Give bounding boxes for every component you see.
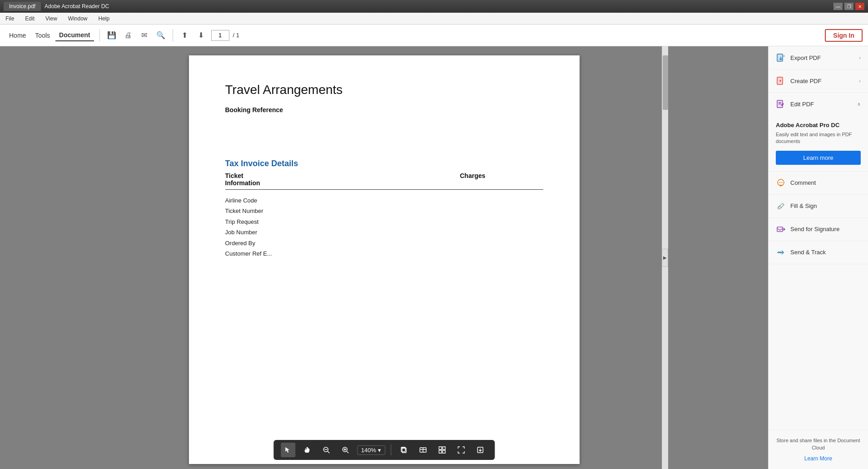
send-signature-icon bbox=[776, 224, 786, 234]
zoom-value: 140% bbox=[361, 447, 376, 454]
main-layout: Travel Arrangements Booking Reference Ta… bbox=[0, 46, 868, 469]
close-button[interactable]: ✕ bbox=[855, 3, 864, 10]
page-total: / 1 bbox=[233, 32, 239, 39]
promo-box: Adobe Acrobat Pro DC Easily edit text an… bbox=[769, 115, 868, 171]
table-tool-button[interactable] bbox=[416, 443, 430, 457]
svg-rect-15 bbox=[439, 450, 441, 453]
btm-divider1 bbox=[391, 444, 391, 455]
svg-line-7 bbox=[347, 451, 348, 453]
create-pdf-item[interactable]: Create PDF › bbox=[769, 69, 868, 93]
zoom-level-display[interactable]: 140% ▾ bbox=[357, 445, 385, 455]
pdf-row: Airline Code bbox=[225, 195, 543, 206]
svg-point-35 bbox=[782, 182, 783, 183]
window-controls: — ❐ ✕ bbox=[833, 3, 864, 10]
toolbar: Home Tools Document 💾 🖨 ✉ 🔍 ⬆ ⬇ 1 / 1 Si… bbox=[0, 25, 868, 46]
fill-sign-icon bbox=[776, 201, 786, 211]
title-bar: Invoice.pdf Adobe Acrobat Reader DC — ❐ … bbox=[0, 0, 868, 13]
bottom-promo-text: Store and share files in the Document Cl… bbox=[776, 437, 861, 451]
collapse-panel-button[interactable]: ▶ bbox=[662, 249, 668, 267]
hand-tool-button[interactable] bbox=[300, 443, 314, 457]
zoom-out-button[interactable] bbox=[319, 443, 333, 457]
menu-help[interactable]: Help bbox=[97, 15, 112, 23]
edit-pdf-section: Edit PDF ∧ Adobe Acrobat Pro DC Easily e… bbox=[769, 93, 868, 172]
pdf-row: Job Number bbox=[225, 227, 543, 237]
promo-title: Adobe Acrobat Pro DC bbox=[776, 122, 861, 128]
menu-bar: File Edit View Window Help bbox=[0, 13, 868, 25]
edit-pdf-label: Edit PDF bbox=[790, 101, 814, 108]
right-panel: Export PDF › Create PDF › Edit PDF bbox=[768, 46, 868, 469]
send-signature-label: Send for Signature bbox=[790, 226, 839, 232]
menu-view[interactable]: View bbox=[44, 15, 59, 23]
svg-marker-0 bbox=[285, 447, 289, 453]
pdf-table-header: Ticket Information Charges bbox=[225, 172, 543, 190]
pdf-section-title: Tax Invoice Details bbox=[225, 159, 543, 168]
export-pdf-item[interactable]: Export PDF › bbox=[769, 46, 868, 69]
comment-item[interactable]: Comment bbox=[769, 172, 868, 195]
pdf-scroll[interactable]: Travel Arrangements Booking Reference Ta… bbox=[0, 46, 768, 469]
toolbar-divider2 bbox=[173, 29, 173, 42]
scrollbar-thumb[interactable] bbox=[663, 55, 668, 110]
tab-home[interactable]: Home bbox=[5, 30, 30, 41]
edit-pdf-icon bbox=[776, 99, 786, 109]
learn-more-button[interactable]: Learn more bbox=[776, 151, 861, 165]
svg-rect-16 bbox=[442, 450, 445, 453]
app-title: Adobe Acrobat Reader DC bbox=[45, 3, 109, 10]
svg-line-3 bbox=[327, 451, 329, 453]
comment-icon bbox=[776, 178, 786, 188]
email-button[interactable]: ✉ bbox=[138, 29, 151, 42]
extract-button[interactable] bbox=[473, 443, 487, 457]
minimize-button[interactable]: — bbox=[833, 3, 843, 10]
send-track-item[interactable]: Send & Track bbox=[769, 241, 868, 264]
send-track-label: Send & Track bbox=[790, 249, 826, 256]
sign-in-button[interactable]: Sign In bbox=[825, 29, 863, 42]
create-pdf-chevron: › bbox=[859, 78, 861, 84]
svg-rect-14 bbox=[442, 447, 445, 449]
send-signature-item[interactable]: Send for Signature bbox=[769, 218, 868, 241]
pdf-page: Travel Arrangements Booking Reference Ta… bbox=[189, 55, 580, 464]
pdf-row: Trip Request bbox=[225, 217, 543, 227]
pdf-booking-label: Booking Reference bbox=[225, 106, 543, 114]
svg-rect-19 bbox=[777, 54, 783, 61]
print-button[interactable]: 🖨 bbox=[122, 29, 134, 42]
tab-document[interactable]: Document bbox=[55, 30, 94, 41]
create-pdf-label: Create PDF bbox=[790, 78, 822, 84]
bottom-promo: Store and share files in the Document Cl… bbox=[769, 430, 868, 469]
pdf-invoice-section: Tax Invoice Details Ticket Information C… bbox=[225, 159, 543, 259]
title-tab[interactable]: Invoice.pdf bbox=[4, 2, 41, 11]
search-button[interactable]: 🔍 bbox=[154, 29, 167, 42]
next-page-button[interactable]: ⬇ bbox=[195, 29, 208, 42]
page-number-input[interactable]: 1 bbox=[211, 30, 229, 41]
fill-sign-item[interactable]: Fill & Sign bbox=[769, 195, 868, 218]
copy-button[interactable] bbox=[397, 443, 411, 457]
bottom-promo-link[interactable]: Learn More bbox=[804, 455, 832, 462]
toolbar-divider bbox=[99, 29, 100, 42]
save-button[interactable]: 💾 bbox=[105, 29, 118, 42]
nav-tabs: Home Tools Document bbox=[5, 30, 94, 41]
edit-pdf-chevron: ∧ bbox=[857, 101, 861, 107]
bottom-toolbar: 140% ▾ bbox=[273, 440, 495, 460]
menu-file[interactable]: File bbox=[4, 15, 16, 23]
svg-point-34 bbox=[780, 182, 781, 183]
charges-header: Charges bbox=[460, 172, 551, 187]
create-pdf-icon bbox=[776, 76, 786, 86]
comment-label: Comment bbox=[790, 179, 816, 186]
fullscreen-button[interactable] bbox=[454, 443, 468, 457]
grid-tool-button[interactable] bbox=[435, 443, 449, 457]
select-tool-button[interactable] bbox=[281, 443, 295, 457]
pdf-document-title: Travel Arrangements bbox=[225, 83, 543, 97]
menu-window[interactable]: Window bbox=[66, 15, 89, 23]
title-bar-left: Invoice.pdf Adobe Acrobat Reader DC bbox=[4, 2, 109, 11]
pdf-row: Customer Ref E... bbox=[225, 248, 543, 259]
pdf-area: Travel Arrangements Booking Reference Ta… bbox=[0, 46, 768, 469]
export-pdf-icon bbox=[776, 53, 786, 63]
export-pdf-label: Export PDF bbox=[790, 54, 821, 61]
restore-button[interactable]: ❐ bbox=[844, 3, 853, 10]
pdf-row: Ticket Number bbox=[225, 206, 543, 216]
zoom-in-button[interactable] bbox=[338, 443, 352, 457]
menu-edit[interactable]: Edit bbox=[23, 15, 36, 23]
edit-pdf-header[interactable]: Edit PDF ∧ bbox=[769, 93, 868, 115]
prev-page-button[interactable]: ⬆ bbox=[179, 29, 191, 42]
tab-tools[interactable]: Tools bbox=[31, 30, 54, 41]
svg-rect-13 bbox=[439, 447, 441, 449]
promo-description: Easily edit text and images in PDF docum… bbox=[776, 131, 861, 145]
